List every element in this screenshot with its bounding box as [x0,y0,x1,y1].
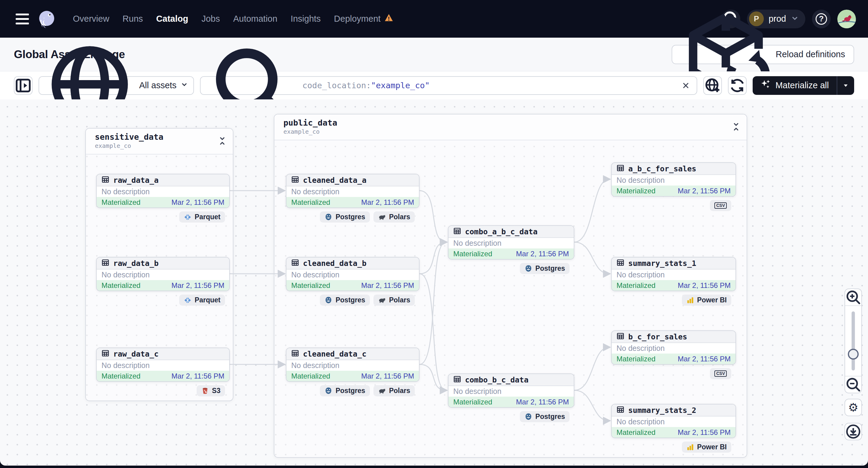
tag-postgres[interactable]: Postgres [520,263,569,274]
group-header[interactable]: public_data example_co [274,115,747,141]
collapse-group-icon[interactable] [218,136,226,147]
polars-icon [378,296,386,304]
asset-name: cleaned_data_c [303,350,367,358]
asset-materialization: Materialized Mar 2, 11:56 PM [97,371,229,381]
group-location: example_co [283,128,739,135]
table-icon [617,406,624,415]
asset-node-header: summary_stats_2 [612,404,736,416]
warning-icon [384,13,393,24]
asset-timestamp: Mar 2, 11:56 PM [678,187,731,195]
asset-name: summary_stats_1 [628,259,696,268]
asset-name: raw_data_a [113,176,159,185]
new-asset-view-button[interactable] [703,76,722,95]
postgres-icon [524,413,532,421]
lineage-toolbar: All assets code_location:"example_co" Ma… [0,71,868,99]
asset-node-a_b_c_for_sales[interactable]: a_b_c_for_sales No description Materiali… [611,162,736,197]
asset-name: raw_data_c [113,350,159,358]
asset-status: Materialized [453,250,492,258]
materialize-options-button[interactable] [837,76,854,95]
asset-timestamp: Mar 2, 11:56 PM [361,372,414,380]
asset-node-header: raw_data_a [97,175,229,186]
tag-power-bi[interactable]: Power BI [682,294,731,306]
tag-polars[interactable]: Polars [373,211,415,223]
asset-node-cleaned_data_c[interactable]: cleaned_data_c No description Materializ… [286,347,420,382]
nav-item-deployment[interactable]: Deployment [334,13,393,24]
asset-node-summary_stats_2[interactable]: summary_stats_2 No description Materiali… [611,404,736,438]
asset-name: cleaned_data_b [303,259,367,268]
asset-node-raw_data_b[interactable]: raw_data_b No description Materialized M… [96,257,230,291]
asset-status: Materialized [101,281,141,290]
asset-tags-cleaned_data_b: PostgresPolars [286,294,420,306]
asset-description: No description [448,386,574,397]
postgres-icon [324,213,333,221]
asset-status: Materialized [617,355,655,363]
asset-description: No description [612,343,736,353]
asset-node-combo_b_c_data[interactable]: combo_b_c_data No description Materializ… [448,373,575,408]
asset-description: No description [286,186,419,197]
tag-power-bi[interactable]: Power BI [682,441,731,453]
nav-item-insights[interactable]: Insights [291,14,321,24]
csv-icon: CSV [714,202,727,209]
tag-csv[interactable]: CSV [710,368,731,379]
s3-icon [201,387,209,395]
asset-description: No description [612,270,736,280]
asset-status: Materialized [291,281,330,290]
asset-node-cleaned_data_b[interactable]: cleaned_data_b No description Materializ… [286,257,420,291]
table-icon [101,176,109,185]
asset-tags-raw_data_b: Parquet [96,294,230,306]
asset-node-header: a_b_c_for_sales [612,163,736,175]
tag-s3[interactable]: S3 [197,385,225,396]
tag-polars[interactable]: Polars [373,294,415,306]
dagster-logo-icon[interactable] [37,9,57,29]
help-icon[interactable]: ? [812,10,831,28]
zoom-out-button[interactable] [845,376,861,393]
materialize-all-button[interactable]: Materialize all [753,76,837,95]
tag-csv[interactable]: CSV [710,200,731,211]
asset-tags-a_b_c_for_sales: CSV [611,200,736,211]
asset-node-raw_data_a[interactable]: raw_data_a No description Materialized M… [96,174,230,208]
lineage-canvas[interactable]: sensitive_data example_co public_data ex… [0,99,868,466]
group-header[interactable]: sensitive_data example_co [86,129,233,155]
tag-postgres[interactable]: Postgres [320,294,370,306]
tag-parquet[interactable]: Parquet [179,294,225,306]
zoom-in-button[interactable] [845,289,861,306]
clear-search-icon[interactable] [682,81,690,90]
asset-name: raw_data_b [113,259,159,268]
zoom-slider[interactable] [845,306,861,376]
asset-node-b_c_for_sales[interactable]: b_c_for_sales No description Materialize… [611,331,736,365]
nav-item-automation[interactable]: Automation [233,14,277,24]
asset-scope-dropdown[interactable]: All assets [38,76,194,95]
asset-node-cleaned_data_a[interactable]: cleaned_data_a No description Materializ… [286,174,420,208]
asset-timestamp: Mar 2, 11:56 PM [172,372,224,380]
nav-item-overview[interactable]: Overview [73,14,109,24]
asset-node-summary_stats_1[interactable]: summary_stats_1 No description Materiali… [611,257,736,291]
tag-postgres[interactable]: Postgres [320,211,370,223]
asset-status: Materialized [617,187,655,195]
asset-node-raw_data_c[interactable]: raw_data_c No description Materialized M… [96,347,230,382]
menu-icon[interactable] [16,13,29,24]
avatar[interactable] [837,10,856,28]
asset-timestamp: Mar 2, 11:56 PM [172,281,224,290]
nav-item-catalog[interactable]: Catalog [156,14,188,24]
nav-item-jobs[interactable]: Jobs [202,14,220,24]
asset-materialization: Materialized Mar 2, 11:56 PM [448,397,574,407]
reload-definitions-button[interactable]: Reload definitions [672,45,854,64]
tag-postgres[interactable]: Postgres [320,385,370,396]
table-icon [453,375,461,384]
sidebar-toggle-button[interactable] [14,76,33,95]
nav-item-runs[interactable]: Runs [123,14,143,24]
asset-name: summary_stats_2 [628,406,696,415]
collapse-group-icon[interactable] [732,122,740,132]
download-button[interactable] [844,423,862,440]
tag-parquet[interactable]: Parquet [179,211,225,223]
table-icon [617,332,624,341]
asset-search-input[interactable]: code_location:"example_co" [200,76,697,95]
table-icon [101,349,109,358]
zoom-slider-handle[interactable] [848,349,859,360]
settings-button[interactable]: ⚙ [844,399,862,416]
tag-polars[interactable]: Polars [373,385,415,396]
asset-node-combo_a_b_c_data[interactable]: combo_a_b_c_data No description Material… [448,225,575,259]
tag-postgres[interactable]: Postgres [520,411,569,422]
asset-tags-combo_a_b_c_data: Postgres [448,263,575,274]
refresh-button[interactable] [728,76,747,95]
